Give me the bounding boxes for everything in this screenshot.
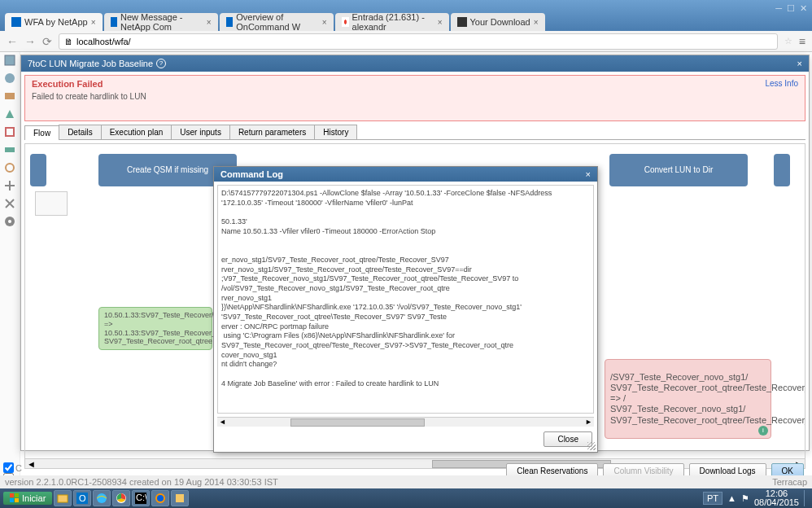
app-icon	[174, 493, 186, 504]
scroll-right-icon[interactable]: ►	[585, 418, 592, 426]
tab-details[interactable]: Details	[59, 125, 102, 139]
bookmark-icon[interactable]: ☆	[784, 36, 792, 46]
left-toolbar	[0, 52, 20, 484]
tab-user-inputs[interactable]: User inputs	[171, 125, 230, 139]
close-button[interactable]: Close	[544, 431, 592, 447]
tool-icon[interactable]	[3, 215, 16, 228]
tool-icon[interactable]	[3, 72, 16, 85]
taskbar-item[interactable]	[151, 490, 169, 506]
show-desktop[interactable]	[804, 490, 809, 506]
tool-icon[interactable]	[3, 125, 16, 138]
reload-icon[interactable]: ⟳	[42, 35, 52, 48]
forward-icon[interactable]: →	[24, 35, 36, 48]
close-icon[interactable]: ×	[322, 18, 327, 27]
taskbar-item[interactable]: C:\	[132, 490, 150, 506]
flow-node-convert-lun[interactable]: Convert LUN to Dir	[609, 154, 748, 186]
svg-rect-4	[5, 147, 15, 152]
error-message: Failed to create hardlink to LUN	[32, 89, 798, 117]
flow-thumb[interactable]	[35, 191, 68, 216]
command-log-footer: Close	[214, 427, 597, 452]
flow-error-text: /SV97_Teste_Recover_novo_stg1/ SV97_Test…	[610, 372, 805, 425]
command-log-title-bar: Command Log ×	[214, 167, 597, 182]
tool-icon[interactable]	[3, 179, 16, 192]
close-icon[interactable]: ×	[797, 59, 802, 68]
svg-point-15	[97, 493, 107, 503]
close-icon[interactable]: ×	[438, 18, 443, 27]
close-icon[interactable]: ×	[534, 18, 539, 27]
page-content: 7toC LUN Migrate Job Baseline ? × Execut…	[0, 52, 812, 508]
checkbox[interactable]	[3, 462, 14, 473]
start-button[interactable]: Iniciar	[3, 492, 52, 505]
maximize-icon[interactable]: ☐	[787, 3, 795, 14]
taskbar-item[interactable]	[112, 490, 130, 506]
help-icon[interactable]: ?	[156, 59, 166, 68]
browser-tab[interactable]: Your Download×	[451, 13, 545, 31]
info-icon[interactable]: i	[758, 426, 768, 436]
tray-icon[interactable]: ⚑	[741, 493, 749, 504]
tool-icon[interactable]	[3, 90, 16, 103]
favicon	[457, 17, 467, 27]
tab-return-parameters[interactable]: Return parameters	[229, 125, 315, 139]
close-icon[interactable]: ×	[207, 18, 212, 27]
svg-rect-2	[5, 93, 15, 99]
resize-grip[interactable]	[587, 442, 596, 450]
tab-flow[interactable]: Flow	[24, 125, 59, 140]
flow-node-stub[interactable]	[30, 154, 46, 186]
scroll-thumb[interactable]	[290, 418, 425, 427]
url-input[interactable]: 🗎 localhost/wfa/	[59, 33, 778, 50]
tray-icon[interactable]: ▲	[727, 493, 736, 503]
back-icon[interactable]: ←	[7, 35, 18, 48]
page-icon: 🗎	[64, 37, 73, 46]
svg-rect-12	[58, 495, 68, 502]
browser-tabstrip: WFA by NetApp× New Message - NetApp Com×…	[0, 0, 812, 31]
tool-icon[interactable]	[3, 54, 16, 67]
taskbar-item[interactable]: O	[73, 490, 91, 506]
svg-rect-10	[10, 498, 14, 502]
clock[interactable]: 12:06 08/04/2015	[754, 489, 799, 507]
error-banner: Execution Failed Less Info Failed to cre…	[24, 75, 805, 121]
check-label: C	[15, 463, 22, 473]
tool-icon[interactable]	[3, 107, 16, 120]
close-icon[interactable]: ×	[91, 18, 96, 27]
taskbar-item[interactable]	[171, 490, 189, 506]
flow-result-error[interactable]: /SV97_Teste_Recover_novo_stg1/ SV97_Test…	[605, 359, 771, 439]
tab-history[interactable]: History	[314, 125, 357, 139]
command-log-body[interactable]: D:\574157779722071304.ps1 -AllowClone $f…	[217, 185, 594, 414]
less-info-link[interactable]: Less Info	[765, 79, 798, 89]
url-text: localhost/wfa/	[76, 37, 131, 46]
workflow-tabs: Flow Details Execution plan User inputs …	[24, 125, 805, 140]
svg-rect-9	[15, 493, 19, 497]
taskbar-item[interactable]	[54, 490, 72, 506]
svg-text:C:\: C:\	[136, 493, 146, 502]
tab-label: Overview of OnCommand W	[236, 12, 318, 32]
explorer-icon	[57, 493, 68, 504]
close-icon[interactable]: ✕	[800, 3, 807, 14]
browser-tab[interactable]: New Message - NetApp Com×	[104, 13, 218, 31]
tool-icon[interactable]	[3, 197, 16, 210]
browser-tab[interactable]: Entrada (21.631) - alexandr×	[335, 13, 449, 31]
dialog-title-bar: 7toC LUN Migrate Job Baseline ? ×	[21, 55, 809, 72]
svg-point-21	[157, 495, 164, 501]
svg-point-5	[6, 164, 14, 172]
tool-icon[interactable]	[3, 143, 16, 156]
date: 08/04/2015	[754, 498, 799, 507]
menu-icon[interactable]: ≡	[799, 35, 805, 48]
browser-tab[interactable]: WFA by NetApp×	[5, 13, 103, 31]
svg-rect-11	[15, 498, 19, 502]
close-icon[interactable]: ×	[586, 169, 591, 179]
check-c[interactable]: C	[3, 462, 46, 473]
taskbar-item[interactable]	[93, 490, 111, 506]
minimize-icon[interactable]: ─	[775, 3, 782, 14]
browser-tab[interactable]: Overview of OnCommand W×	[220, 13, 334, 31]
svg-point-7	[8, 220, 11, 223]
hscrollbar[interactable]: ◄ ►	[217, 417, 594, 427]
tool-icon[interactable]	[3, 161, 16, 174]
svg-rect-8	[10, 493, 14, 497]
language-indicator[interactable]: PT	[703, 492, 723, 505]
flow-node-stub[interactable]	[774, 154, 790, 186]
scroll-left-icon[interactable]: ◄	[219, 418, 226, 426]
tab-execution-plan[interactable]: Execution plan	[101, 125, 172, 139]
outlook-icon: O	[76, 493, 88, 504]
flow-result-success[interactable]: 10.50.1.33:SV97_Teste_Recover/- => 10.50…	[98, 307, 212, 350]
svg-point-1	[5, 73, 15, 83]
